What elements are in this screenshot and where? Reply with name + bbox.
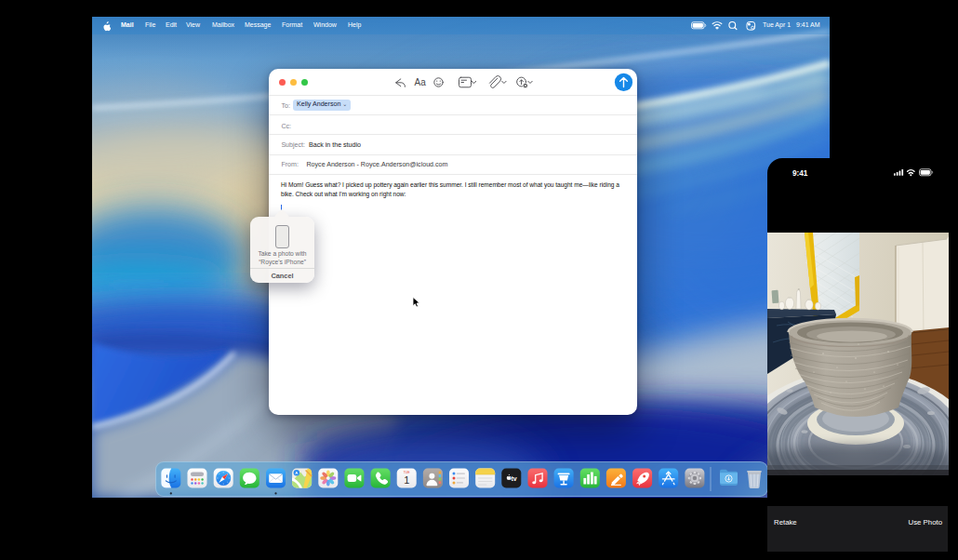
svg-text:1: 1 <box>404 474 409 486</box>
svg-text:Aa: Aa <box>415 77 427 87</box>
svg-text:tv: tv <box>512 475 517 482</box>
